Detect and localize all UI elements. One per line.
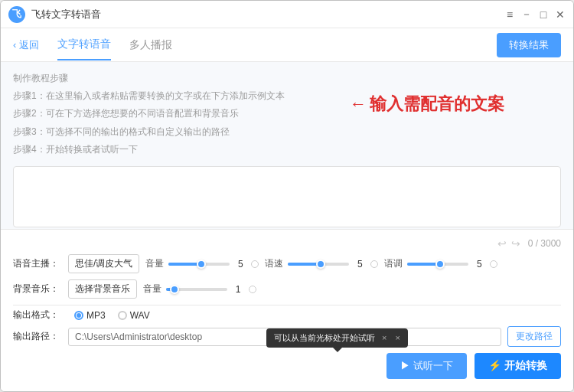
app-window: 飞 飞转文字转语音 ≡ － □ ✕ ‹ 返回 文字转语音 多人播报 转换结果 制… xyxy=(0,0,574,392)
speed-value: 5 xyxy=(354,259,366,270)
pitch-slider-group: 语调 5 xyxy=(384,257,497,270)
bg-volume-value: 1 xyxy=(232,284,244,295)
annotation-text-1: 输入需配音的文案 xyxy=(370,93,504,116)
output-path-label: 输出路径： xyxy=(13,330,62,343)
restore-button[interactable]: □ xyxy=(538,9,549,20)
volume-label: 音量 xyxy=(145,257,164,270)
tab-text-to-speech[interactable]: 文字转语音 xyxy=(57,30,111,60)
bg-music-label: 背景音乐： xyxy=(13,283,62,296)
preview-button[interactable]: ▶ 试听一下 xyxy=(386,353,467,379)
volume-circle-icon xyxy=(251,260,259,268)
pitch-circle-icon xyxy=(490,260,497,268)
volume-value: 5 xyxy=(234,259,246,270)
speed-circle-icon xyxy=(370,260,378,268)
undo-button[interactable]: ↩ xyxy=(497,237,507,250)
convert-result-button[interactable]: 转换结果 xyxy=(497,33,561,57)
speed-slider-group: 语速 5 xyxy=(265,257,378,270)
format-radio-group: MP3 WAV xyxy=(74,310,150,321)
pitch-value: 5 xyxy=(473,259,485,270)
main-content: 制作教程步骤 步骤1：在这里输入或者粘贴需要转换的文字或在下方添加示例文本 步骤… xyxy=(1,62,573,229)
wav-label: WAV xyxy=(130,310,150,321)
tooltip-close-icon[interactable]: × xyxy=(382,333,386,342)
speed-slider[interactable] xyxy=(288,263,349,266)
mp3-radio-dot[interactable] xyxy=(74,311,83,320)
voice-label: 语音主播： xyxy=(13,257,62,270)
speed-label: 语速 xyxy=(265,257,283,270)
format-row: 输出格式： MP3 WAV xyxy=(13,309,561,322)
guide-step4: 步骤4：开始转换或者试听一下 xyxy=(13,142,561,157)
app-logo: 飞 xyxy=(8,6,25,23)
nav-bar: ‹ 返回 文字转语音 多人播报 转换结果 xyxy=(1,28,573,62)
divider xyxy=(13,305,561,305)
bg-music-select[interactable]: 选择背景音乐 xyxy=(68,279,137,299)
back-button[interactable]: ‹ 返回 xyxy=(13,38,39,52)
back-arrow-icon: ‹ xyxy=(13,39,16,51)
guide-step3: 步骤3：可选择不同的输出的格式和自定义输出的路径 xyxy=(13,125,561,139)
volume-slider[interactable] xyxy=(168,263,230,266)
bg-volume-slider-group: 音量 1 xyxy=(143,283,256,296)
start-convert-button[interactable]: ⚡ 开始转换 xyxy=(475,353,561,379)
title-bar: 飞 飞转文字转语音 ≡ － □ ✕ xyxy=(1,1,573,28)
action-row: 可以从当前光标处开始试听 × ▶ 试听一下 ⚡ 开始转换 xyxy=(13,353,561,384)
bg-volume-slider[interactable] xyxy=(166,288,227,291)
mp3-label: MP3 xyxy=(86,310,106,321)
volume-slider-group: 音量 5 xyxy=(145,257,259,270)
voice-select[interactable]: 思佳/调皮大气 xyxy=(68,254,139,273)
minimize-button[interactable]: － xyxy=(521,9,532,20)
bg-volume-label: 音量 xyxy=(143,283,161,296)
close-button[interactable]: ✕ xyxy=(555,9,566,20)
guide-title: 制作教程步骤 xyxy=(13,71,561,86)
wav-radio-dot[interactable] xyxy=(118,311,127,320)
arrow-icon-1: ← xyxy=(350,94,367,114)
redo-button[interactable]: ↪ xyxy=(511,237,520,250)
format-wav[interactable]: WAV xyxy=(118,310,150,321)
char-counter: 0 / 3000 xyxy=(528,238,561,249)
format-label: 输出格式： xyxy=(13,309,62,322)
annotation-1: ← 输入需配音的文案 xyxy=(350,93,504,116)
pitch-label: 语调 xyxy=(384,257,403,270)
window-controls: ≡ － □ ✕ xyxy=(504,9,566,20)
pitch-slider[interactable] xyxy=(407,263,468,266)
text-input[interactable] xyxy=(13,166,561,227)
controls-section: ↩ ↪ 0 / 3000 语音主播： 思佳/调皮大气 音量 5 语速 xyxy=(1,229,573,391)
format-mp3[interactable]: MP3 xyxy=(74,310,106,321)
counter-row: ↩ ↪ 0 / 3000 xyxy=(13,237,561,250)
bg-music-controls-row: 背景音乐： 选择背景音乐 音量 1 xyxy=(13,279,561,299)
menu-icon-btn[interactable]: ≡ xyxy=(504,9,515,20)
tooltip-box: 可以从当前光标处开始试听 × xyxy=(266,328,408,348)
change-path-button[interactable]: 更改路径 xyxy=(507,326,561,347)
back-label: 返回 xyxy=(19,38,39,52)
voice-controls-row: 语音主播： 思佳/调皮大气 音量 5 语速 5 xyxy=(13,254,561,273)
tab-multi-broadcast[interactable]: 多人播报 xyxy=(129,31,172,60)
bg-volume-circle-icon xyxy=(249,286,256,293)
undo-redo-group: ↩ ↪ xyxy=(497,237,520,250)
app-title: 飞转文字转语音 xyxy=(31,8,504,21)
